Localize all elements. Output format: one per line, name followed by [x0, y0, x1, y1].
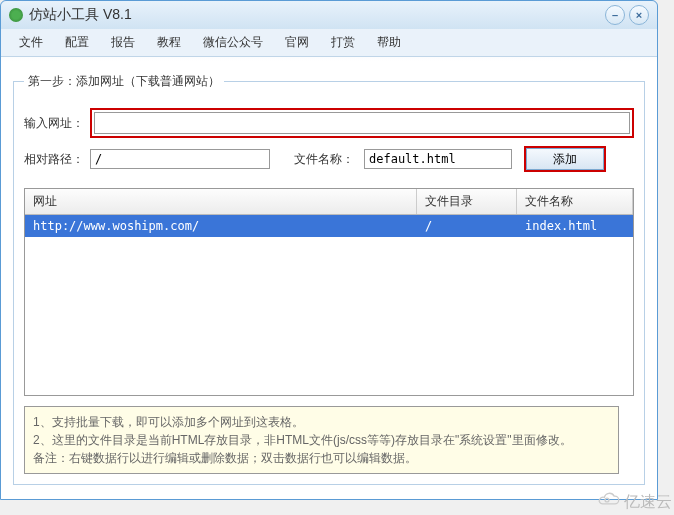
titlebar: 仿站小工具 V8.1 – ×	[1, 1, 657, 29]
menu-wechat[interactable]: 微信公众号	[195, 31, 271, 54]
table-row[interactable]: http://www.woshipm.com/ / index.html	[25, 215, 633, 237]
url-table: 网址 文件目录 文件名称 http://www.woshipm.com/ / i…	[24, 188, 634, 396]
url-label: 输入网址：	[24, 115, 84, 132]
window-title: 仿站小工具 V8.1	[29, 6, 605, 24]
watermark-text: 亿速云	[624, 492, 672, 513]
url-row: 输入网址：	[24, 108, 634, 138]
step-fieldset: 第一步：添加网址（下载普通网站） 输入网址： 相对路径： 文件名称： 添加 网址	[13, 73, 645, 485]
app-window: 仿站小工具 V8.1 – × 文件 配置 报告 教程 微信公众号 官网 打赏 帮…	[0, 0, 658, 500]
window-controls: – ×	[605, 5, 649, 25]
path-row: 相对路径： 文件名称： 添加	[24, 146, 634, 172]
add-button[interactable]: 添加	[526, 148, 604, 170]
menu-config[interactable]: 配置	[57, 31, 97, 54]
minimize-button[interactable]: –	[605, 5, 625, 25]
step-legend: 第一步：添加网址（下载普通网站）	[24, 73, 224, 90]
svg-point-0	[605, 498, 609, 502]
menu-site[interactable]: 官网	[277, 31, 317, 54]
col-dir: 文件目录	[417, 189, 517, 214]
cell-dir: /	[417, 215, 517, 237]
url-input[interactable]	[94, 112, 630, 134]
watermark: 亿速云	[594, 491, 672, 513]
menu-reward[interactable]: 打赏	[323, 31, 363, 54]
note-line3: 备注：右键数据行以进行编辑或删除数据；双击数据行也可以编辑数据。	[33, 449, 610, 467]
menu-tutorial[interactable]: 教程	[149, 31, 189, 54]
cell-file: index.html	[517, 215, 633, 237]
col-url: 网址	[25, 189, 417, 214]
relpath-input[interactable]	[90, 149, 270, 169]
notes-box: 1、支持批量下载，即可以添加多个网址到这表格。 2、这里的文件目录是当前HTML…	[24, 406, 619, 474]
cloud-icon	[594, 491, 620, 513]
menu-help[interactable]: 帮助	[369, 31, 409, 54]
note-line2: 2、这里的文件目录是当前HTML存放目录，非HTML文件(js/css等等)存放…	[33, 431, 610, 449]
url-highlight	[90, 108, 634, 138]
menubar: 文件 配置 报告 教程 微信公众号 官网 打赏 帮助	[1, 29, 657, 57]
menu-file[interactable]: 文件	[11, 31, 51, 54]
filename-label: 文件名称：	[294, 151, 354, 168]
cell-url: http://www.woshipm.com/	[25, 215, 417, 237]
menu-report[interactable]: 报告	[103, 31, 143, 54]
filename-input[interactable]	[364, 149, 512, 169]
add-highlight: 添加	[524, 146, 606, 172]
relpath-label: 相对路径：	[24, 151, 84, 168]
close-button[interactable]: ×	[629, 5, 649, 25]
content-area: 第一步：添加网址（下载普通网站） 输入网址： 相对路径： 文件名称： 添加 网址	[1, 57, 657, 495]
table-header: 网址 文件目录 文件名称	[25, 189, 633, 215]
col-file: 文件名称	[517, 189, 633, 214]
app-icon	[9, 8, 23, 22]
note-line1: 1、支持批量下载，即可以添加多个网址到这表格。	[33, 413, 610, 431]
